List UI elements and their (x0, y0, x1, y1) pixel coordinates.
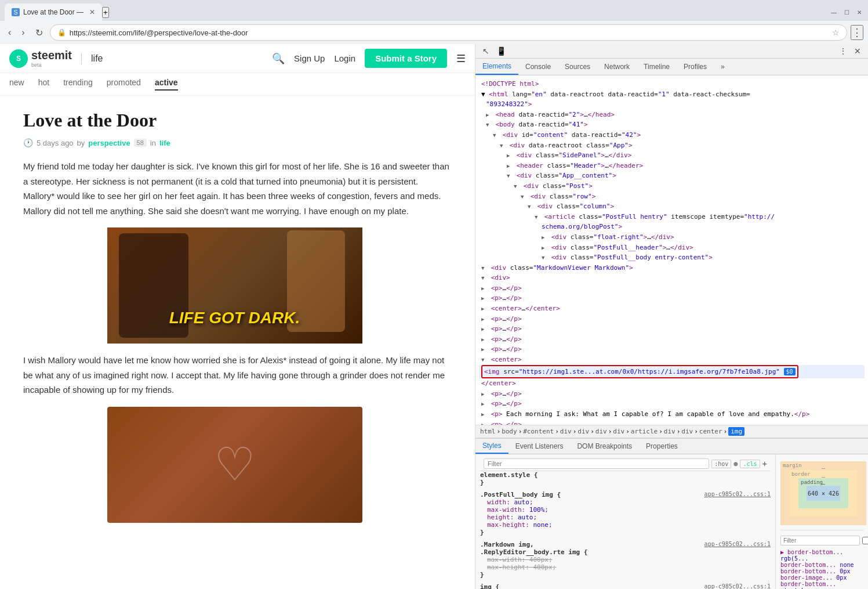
breadcrumb-div2[interactable]: div (578, 428, 589, 435)
dom-tree[interactable]: <!DOCTYPE html> ▼ <html lang="en" data-r… (475, 75, 868, 425)
breadcrumb-div4[interactable]: div (613, 428, 624, 435)
article-side: S steemit beta life 🔍 Sign Up Login Subm… (0, 44, 475, 589)
dom-line-app-content: ▼ <div class="App__content"> (479, 171, 865, 181)
dom-line-p3: ▶ <p>…</p> (479, 314, 865, 324)
style-rule-postfull-header: .PostFull__body img { app-c985c02...css:… (480, 491, 771, 498)
breadcrumb-div3[interactable]: div (595, 428, 607, 435)
breadcrumb-article[interactable]: article (631, 428, 658, 435)
css-source-postfull[interactable]: app-c985c02...css:1 (704, 491, 771, 498)
tab-promoted[interactable]: promoted (107, 78, 141, 91)
category-link[interactable]: life (159, 139, 170, 147)
breadcrumb-img[interactable]: img (728, 427, 744, 436)
styles-filter-input[interactable] (484, 458, 709, 469)
computed-prop-2: border-bottom... none (780, 562, 863, 568)
computed-prop-5: border-bottom... stretch (780, 581, 863, 589)
devtools-tool-icons: ↖ 📱 (480, 45, 509, 57)
style-rule-postfull: .PostFull__body img { app-c985c02...css:… (480, 491, 771, 536)
breadcrumb-div6[interactable]: div (681, 428, 693, 435)
submit-story-button[interactable]: Submit a Story (365, 49, 447, 68)
show-all-label: Show all (862, 534, 868, 547)
dom-line-markdown: ▼ <div class="MarkdownViewer Markdown"> (479, 263, 865, 273)
dom-line-img[interactable]: <img src="https://img1.ste...at.com/0x0/… (479, 365, 865, 379)
devtools-pointer-button[interactable]: ↖ (480, 45, 492, 57)
tab-new[interactable]: new (9, 78, 24, 91)
css-source-markdown[interactable]: app-c985c02...css:1 (704, 541, 771, 548)
tab-active[interactable]: active (155, 78, 178, 91)
devtools-tab-more[interactable]: » (714, 59, 732, 75)
breadcrumb-sep-11: › (724, 428, 728, 435)
style-prop-maxheight: max-height: none; (480, 521, 771, 529)
devtools-close-button[interactable]: ✕ (852, 45, 863, 57)
devtools-tab-console[interactable]: Console (518, 59, 558, 75)
devtools-tab-profiles[interactable]: Profiles (677, 59, 714, 75)
styles-content: :hov ● .cls + element.style { } .PostFul… (475, 454, 868, 589)
browser-menu-button[interactable]: ⋮ (851, 25, 863, 40)
devtools-tab-timeline[interactable]: Timeline (637, 59, 677, 75)
tab-trending[interactable]: trending (63, 78, 93, 91)
url-bar[interactable]: 🔒 https://steemit.com/life/@perspective/… (50, 24, 847, 41)
breadcrumb-body[interactable]: body (502, 428, 517, 435)
devtools-tab-sources[interactable]: Sources (558, 59, 597, 75)
dom-line-p9: ▶ <p>…</p> (479, 420, 865, 425)
devtools-menu-button[interactable]: ⋮ (837, 45, 849, 57)
breadcrumb-sep-3: › (555, 428, 559, 435)
breadcrumb-center[interactable]: center (699, 428, 722, 435)
back-button[interactable]: ‹ (5, 25, 14, 40)
style-rule-markdown: .Markdown img, app-c985c02...css:1 .Repl… (480, 541, 771, 579)
breadcrumb-sep-7: › (626, 428, 630, 435)
bottom-tab-properties[interactable]: Properties (639, 439, 685, 454)
forward-button[interactable]: › (18, 25, 28, 40)
devtools-tabs: Elements Console Sources Network Timelin… (475, 59, 868, 75)
style-selector-postfull: .PostFull__body img { (480, 491, 561, 498)
maximize-button[interactable]: ☐ (842, 8, 851, 16)
styles-left-panel: :hov ● .cls + element.style { } .PostFul… (475, 454, 775, 589)
style-selector-markdown: .Markdown img, (480, 541, 534, 548)
dom-line-div2: ▼ <div> (479, 273, 865, 283)
devtools-panel: ↖ 📱 ⋮ ✕ Elements Console Sources Network… (475, 44, 868, 589)
reload-button[interactable]: ↻ (32, 25, 46, 41)
heart-icon: ♡ (214, 425, 256, 504)
sign-up-button[interactable]: Sign Up (294, 53, 325, 63)
dom-line-p4: ▶ <p>…</p> (479, 324, 865, 334)
breadcrumb-div1[interactable]: div (560, 428, 572, 435)
site-name[interactable]: steemit (31, 49, 72, 62)
dom-line-p8: ▶ <p>…</p> (479, 399, 865, 409)
bottom-tab-dom-breakpoints[interactable]: DOM Breakpoints (570, 439, 639, 454)
article-image-2: ♡ (107, 407, 368, 523)
devtools-tab-network[interactable]: Network (597, 59, 637, 75)
hamburger-menu-button[interactable]: ☰ (456, 52, 466, 65)
styles-filter-bar: :hov ● .cls + (480, 457, 771, 471)
author-link[interactable]: perspective (88, 139, 130, 147)
tab-hot[interactable]: hot (38, 78, 49, 91)
bottom-tab-styles[interactable]: Styles (475, 439, 509, 454)
new-tab-button[interactable]: + (102, 7, 109, 18)
close-window-button[interactable]: ✕ (855, 8, 863, 16)
breadcrumb-content[interactable]: #content (523, 428, 554, 435)
section-link[interactable]: life (91, 53, 103, 64)
dom-line-p5: ▶ <p>…</p> (479, 334, 865, 345)
login-button[interactable]: Login (334, 53, 355, 63)
dom-line-post: ▼ <div class="Post"> (479, 181, 865, 191)
filter2-input[interactable] (780, 536, 860, 545)
dom-line-article: ▼ <article class="PostFull hentry" items… (479, 212, 865, 222)
breadcrumb-sep-6: › (608, 428, 612, 435)
search-button[interactable]: 🔍 (272, 52, 285, 65)
breadcrumb-html[interactable]: html (480, 428, 496, 435)
add-style-button[interactable]: + (762, 459, 767, 468)
show-all-checkbox[interactable] (862, 537, 868, 544)
breadcrumb-div5[interactable]: div (664, 428, 675, 435)
bookmark-icon[interactable]: ☆ (832, 28, 840, 37)
bottom-tab-event-listeners[interactable]: Event Listeners (509, 439, 571, 454)
tab-close-button[interactable]: ✕ (89, 8, 95, 16)
hov-button[interactable]: :hov (711, 460, 731, 468)
cls-button[interactable]: .cls (740, 460, 760, 468)
box-model-border-label: border (791, 471, 811, 477)
minimize-button[interactable]: — (830, 8, 838, 16)
style-prop-maxwidth-reply: max-width: 400px; (480, 556, 771, 563)
devtools-tab-elements[interactable]: Elements (475, 59, 518, 75)
css-source-img[interactable]: app-c985c02...css:1 (704, 583, 771, 589)
article-title: Love at the Door (23, 110, 452, 131)
box-model-padding-top: – (822, 480, 825, 487)
dom-line-article2: schema.org/blogPost"> (479, 222, 865, 232)
devtools-device-button[interactable]: 📱 (494, 45, 509, 57)
